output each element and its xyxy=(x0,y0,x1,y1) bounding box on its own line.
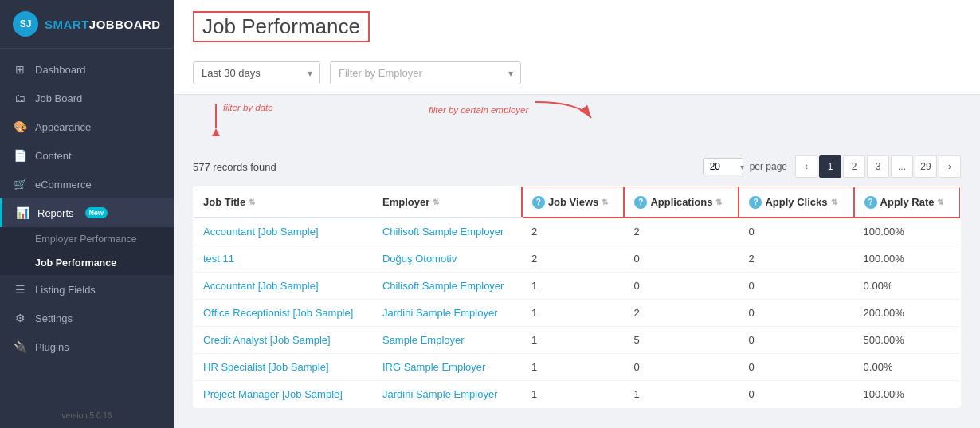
cell-apply-rate: 100.00% xyxy=(854,245,960,272)
employer-link[interactable]: Chilisoft Sample Employer xyxy=(382,226,504,238)
employer-link[interactable]: Jardini Sample Employer xyxy=(382,307,498,319)
pagination-next[interactable]: › xyxy=(939,155,961,178)
data-table: Job Title ⇅ Employer ⇅ ? Job Views xyxy=(193,186,961,408)
col-employer: Employer ⇅ xyxy=(373,187,522,218)
appearance-icon: 🎨 xyxy=(13,120,27,133)
pagination-page-29[interactable]: 29 xyxy=(915,155,937,178)
cell-applications: 1 xyxy=(624,380,739,407)
pagination-prev[interactable]: ‹ xyxy=(795,155,817,178)
logo-icon: SJ xyxy=(13,11,38,37)
per-page-select[interactable]: 20 50 100 xyxy=(703,158,743,175)
col-job-views: ? Job Views ⇅ xyxy=(522,187,625,218)
records-count: 577 records found xyxy=(193,161,276,173)
help-apply-rate-icon[interactable]: ? xyxy=(864,196,877,209)
job-title-link[interactable]: Accountant [Job Sample] xyxy=(203,226,319,238)
main-body: 577 records found 20 50 100 per page ‹ 1… xyxy=(174,143,980,428)
sidebar-item-job-board[interactable]: 🗂 Job Board xyxy=(0,84,174,112)
employer-link[interactable]: Chilisoft Sample Employer xyxy=(382,280,504,292)
table-row: Office Receptionist [Job Sample]Jardini … xyxy=(194,299,961,326)
cell-apply-clicks: 0 xyxy=(739,272,853,299)
sidebar-item-settings[interactable]: ⚙ Settings xyxy=(0,304,174,332)
sidebar-item-appearance[interactable]: 🎨 Appearance xyxy=(0,112,174,141)
job-board-icon: 🗂 xyxy=(13,92,27,104)
cell-job-title: Office Receptionist [Job Sample] xyxy=(194,299,373,326)
cell-job-views: 1 xyxy=(522,299,625,326)
date-filter-select[interactable]: Last 30 days Last 7 days Last 90 days La… xyxy=(193,61,320,84)
cell-job-title: Accountant [Job Sample] xyxy=(194,218,373,245)
help-apply-clicks-icon[interactable]: ? xyxy=(749,196,762,209)
job-title-link[interactable]: test 11 xyxy=(203,253,234,265)
reports-badge: New xyxy=(85,207,108,218)
cell-apply-rate: 100.00% xyxy=(854,380,960,407)
cell-applications: 2 xyxy=(624,299,739,326)
sidebar-item-dashboard[interactable]: ⊞ Dashboard xyxy=(0,55,174,84)
cell-applications: 0 xyxy=(624,245,739,272)
plugins-icon: 🔌 xyxy=(13,340,27,353)
records-bar: 577 records found 20 50 100 per page ‹ 1… xyxy=(193,155,961,178)
cell-job-views: 1 xyxy=(522,272,625,299)
pagination-page-1[interactable]: 1 xyxy=(819,155,841,178)
employer-filter-select[interactable]: Filter by Employer xyxy=(330,61,521,84)
col-apply-clicks-label: Apply Clicks xyxy=(765,196,827,208)
logo-rest: JOBBOARD xyxy=(89,18,161,31)
sort-apply-clicks-icon[interactable]: ⇅ xyxy=(831,198,837,206)
cell-applications: 0 xyxy=(624,272,739,299)
col-employer-label: Employer xyxy=(382,196,429,208)
sort-employer-icon[interactable]: ⇅ xyxy=(433,198,439,206)
employer-filter-wrapper: Filter by Employer xyxy=(330,61,521,84)
table-row: test 11Doğuş Otomotiv202100.00% xyxy=(194,245,961,272)
job-title-link[interactable]: Office Receptionist [Job Sample] xyxy=(203,307,353,319)
employer-link[interactable]: Sample Employer xyxy=(382,334,465,346)
sidebar-item-reports[interactable]: 📊 Reports New xyxy=(0,198,174,227)
cell-employer: Doğuş Otomotiv xyxy=(373,245,522,272)
pagination: 20 50 100 per page ‹ 1 2 3 ... 29 › xyxy=(703,155,961,178)
job-title-link[interactable]: HR Specialist [Job Sample] xyxy=(203,361,329,373)
employer-link[interactable]: Jardini Sample Employer xyxy=(382,388,498,400)
help-applications-icon[interactable]: ? xyxy=(634,196,647,209)
main-content: Job Performance Last 30 days Last 7 days… xyxy=(174,0,980,428)
content-icon: 📄 xyxy=(13,149,27,162)
sort-applications-icon[interactable]: ⇅ xyxy=(715,198,722,206)
cell-job-views: 1 xyxy=(522,326,625,353)
job-title-link[interactable]: Credit Analyst [Job Sample] xyxy=(203,334,331,346)
sidebar-item-label: Job Board xyxy=(35,92,82,104)
sidebar-item-label: Settings xyxy=(35,312,73,324)
sort-job-title-icon[interactable]: ⇅ xyxy=(249,198,255,206)
sort-job-views-icon[interactable]: ⇅ xyxy=(602,198,608,206)
sidebar-item-employer-performance[interactable]: Employer Performance xyxy=(0,227,174,251)
help-job-views-icon[interactable]: ? xyxy=(532,196,545,209)
table-row: HR Specialist [Job Sample]IRG Sample Emp… xyxy=(194,353,961,380)
sidebar-item-listing-fields[interactable]: ☰ Listing Fields xyxy=(0,275,174,304)
cell-employer: Jardini Sample Employer xyxy=(373,380,522,407)
sidebar-item-job-performance[interactable]: Job Performance xyxy=(0,251,174,275)
table-row: Credit Analyst [Job Sample]Sample Employ… xyxy=(194,326,961,353)
pagination-page-2[interactable]: 2 xyxy=(843,155,865,178)
logo-area: SJ SMARTJOBBOARD xyxy=(0,0,174,49)
cell-job-title: Accountant [Job Sample] xyxy=(194,272,373,299)
sort-apply-rate-icon[interactable]: ⇅ xyxy=(937,198,943,206)
col-job-title-label: Job Title xyxy=(203,196,245,208)
cell-applications: 2 xyxy=(624,218,739,245)
employer-link[interactable]: IRG Sample Employer xyxy=(382,361,485,373)
sidebar-item-label: Dashboard xyxy=(35,64,86,76)
per-page-wrapper: 20 50 100 xyxy=(703,158,748,175)
cell-apply-rate: 0.00% xyxy=(854,272,960,299)
job-title-link[interactable]: Accountant [Job Sample] xyxy=(203,280,319,292)
cell-employer: IRG Sample Employer xyxy=(373,353,522,380)
sidebar-item-plugins[interactable]: 🔌 Plugins xyxy=(0,332,174,361)
annotation-arrow xyxy=(531,98,595,122)
cell-applications: 5 xyxy=(624,326,739,353)
pagination-page-3[interactable]: 3 xyxy=(867,155,889,178)
cell-employer: Chilisoft Sample Employer xyxy=(373,272,522,299)
sidebar: SJ SMARTJOBBOARD ⊞ Dashboard 🗂 Job Board… xyxy=(0,0,174,428)
cell-employer: Jardini Sample Employer xyxy=(373,299,522,326)
cell-apply-clicks: 0 xyxy=(739,326,853,353)
annotation-employer-text: filter by certain employer xyxy=(429,105,528,115)
employer-link[interactable]: Doğuş Otomotiv xyxy=(382,253,457,265)
sidebar-item-content[interactable]: 📄 Content xyxy=(0,141,174,170)
col-job-views-label: Job Views xyxy=(548,196,598,208)
listing-fields-icon: ☰ xyxy=(13,283,27,296)
job-title-link[interactable]: Project Manager [Job Sample] xyxy=(203,388,343,400)
sidebar-item-ecommerce[interactable]: 🛒 eCommerce xyxy=(0,170,174,198)
logo-text: SMARTJOBBOARD xyxy=(45,18,161,31)
